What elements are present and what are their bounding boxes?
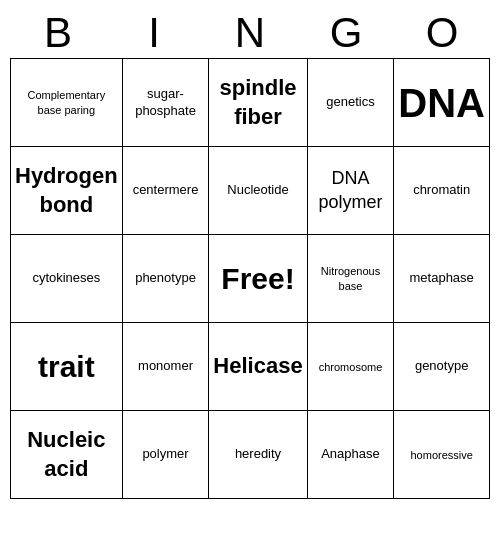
bingo-cell-r0-c0: Complementary base paring [11, 59, 123, 147]
cell-content: Helicase [213, 352, 302, 381]
bingo-cell-r3-c2: Helicase [209, 323, 307, 411]
cell-content: centermere [133, 182, 199, 199]
cell-content: DNA polymer [312, 167, 390, 214]
header-letter: I [106, 8, 202, 58]
cell-content: trait [38, 347, 95, 386]
bingo-cell-r2-c3: Nitrogenous base [308, 235, 395, 323]
cell-content: genetics [326, 94, 374, 111]
bingo-cell-r1-c1: centermere [123, 147, 210, 235]
bingo-cell-r4-c3: Anaphase [308, 411, 395, 499]
cell-content: Anaphase [321, 446, 380, 463]
bingo-cell-r2-c2: Free! [209, 235, 307, 323]
cell-content: Hydrogen bond [15, 162, 118, 219]
cell-content: phenotype [135, 270, 196, 287]
cell-content: Free! [221, 259, 294, 298]
header-letter: O [394, 8, 490, 58]
bingo-cell-r4-c1: polymer [123, 411, 210, 499]
bingo-header: BINGO [10, 8, 490, 58]
cell-content: monomer [138, 358, 193, 375]
bingo-cell-r3-c4: genotype [394, 323, 490, 411]
bingo-cell-r1-c2: Nucleotide [209, 147, 307, 235]
bingo-cell-r4-c2: heredity [209, 411, 307, 499]
bingo-cell-r2-c4: metaphase [394, 235, 490, 323]
header-letter: G [298, 8, 394, 58]
cell-content: heredity [235, 446, 281, 463]
bingo-cell-r0-c3: genetics [308, 59, 395, 147]
cell-content: cytokineses [32, 270, 100, 287]
cell-content: Nitrogenous base [312, 264, 390, 293]
bingo-cell-r1-c3: DNA polymer [308, 147, 395, 235]
cell-content: genotype [415, 358, 469, 375]
cell-content: Nucleic acid [15, 426, 118, 483]
bingo-cell-r0-c4: DNA [394, 59, 490, 147]
bingo-cell-r3-c1: monomer [123, 323, 210, 411]
bingo-cell-r3-c0: trait [11, 323, 123, 411]
cell-content: metaphase [410, 270, 474, 287]
bingo-cell-r2-c0: cytokineses [11, 235, 123, 323]
bingo-cell-r3-c3: chromosome [308, 323, 395, 411]
cell-content: chromosome [319, 360, 383, 374]
bingo-cell-r4-c0: Nucleic acid [11, 411, 123, 499]
cell-content: DNA [398, 77, 485, 129]
bingo-cell-r0-c1: sugar-phosphate [123, 59, 210, 147]
cell-content: sugar-phosphate [127, 86, 205, 120]
header-letter: N [202, 8, 298, 58]
cell-content: Nucleotide [227, 182, 288, 199]
bingo-grid: Complementary base paringsugar-phosphate… [10, 58, 490, 499]
cell-content: homoressive [410, 448, 472, 462]
cell-content: polymer [142, 446, 188, 463]
bingo-card: BINGO Complementary base paringsugar-pho… [10, 8, 490, 499]
bingo-cell-r4-c4: homoressive [394, 411, 490, 499]
bingo-cell-r1-c0: Hydrogen bond [11, 147, 123, 235]
cell-content: spindle fiber [213, 74, 302, 131]
bingo-cell-r0-c2: spindle fiber [209, 59, 307, 147]
bingo-cell-r1-c4: chromatin [394, 147, 490, 235]
header-letter: B [10, 8, 106, 58]
cell-content: Complementary base paring [15, 88, 118, 117]
cell-content: chromatin [413, 182, 470, 199]
bingo-cell-r2-c1: phenotype [123, 235, 210, 323]
